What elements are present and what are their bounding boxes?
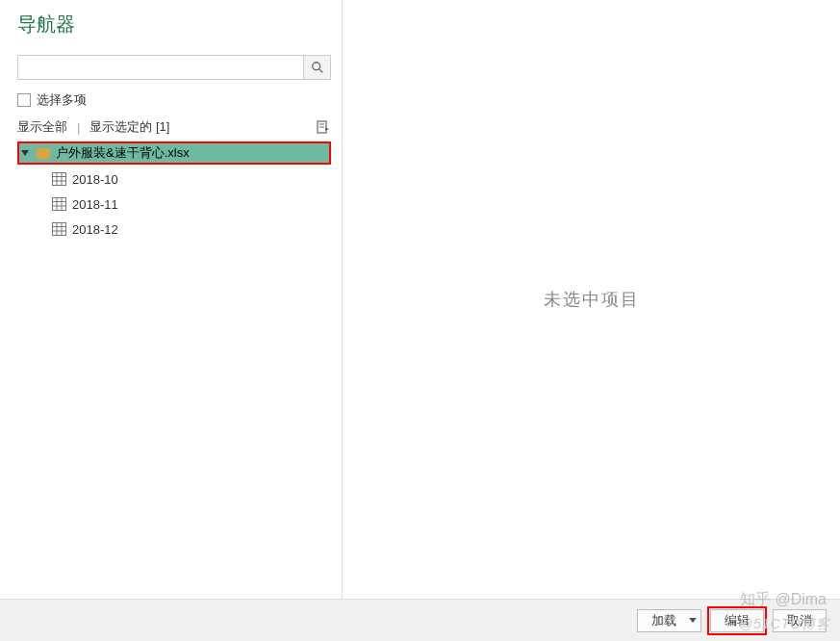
show-all-link[interactable]: 显示全部 (17, 118, 67, 136)
multi-select-label: 选择多项 (37, 91, 87, 109)
load-dropdown-button[interactable] (684, 609, 701, 632)
svg-point-0 (312, 63, 319, 70)
sheet-label: 2018-11 (72, 197, 118, 212)
expander-icon[interactable] (21, 150, 29, 156)
sheet-label: 2018-10 (72, 172, 118, 187)
multi-select-row[interactable]: 选择多项 (17, 91, 342, 109)
svg-rect-10 (53, 198, 66, 211)
edit-button[interactable]: 编辑 (710, 609, 764, 632)
edit-highlight: 编辑 (707, 606, 767, 635)
search-icon (311, 61, 324, 74)
svg-line-1 (318, 69, 322, 73)
tree-sheet-node[interactable]: 2018-12 (17, 217, 331, 242)
tree-file-node[interactable]: 户外服装&速干背心.xlsx (17, 141, 331, 165)
dialog-title: 导航器 (17, 12, 342, 38)
workbook-icon (37, 148, 50, 159)
filter-row: 显示全部 | 显示选定的 [1] (17, 118, 331, 136)
search-input[interactable] (18, 56, 303, 79)
multi-select-checkbox[interactable] (17, 93, 31, 107)
search-box (17, 55, 331, 80)
preview-panel: 未选中项目 (342, 0, 840, 599)
load-button[interactable]: 加载 (637, 609, 685, 632)
sheet-icon (52, 197, 66, 211)
sheet-icon (52, 222, 66, 236)
show-selected-link[interactable]: 显示选定的 [1] (89, 118, 169, 136)
tree-sheet-node[interactable]: 2018-10 (17, 167, 331, 192)
search-button[interactable] (303, 56, 330, 79)
file-name: 户外服装&速干背心.xlsx (56, 144, 190, 162)
file-tree: 户外服装&速干背心.xlsx 2018-10 2018-11 2018-12 (17, 140, 331, 242)
no-selection-text: 未选中项目 (544, 288, 640, 311)
display-options-icon[interactable] (316, 119, 331, 135)
chevron-down-icon (689, 618, 697, 623)
svg-rect-15 (53, 223, 66, 236)
sheet-label: 2018-12 (72, 222, 118, 237)
cancel-button[interactable]: 取消 (773, 609, 827, 632)
dialog-footer: 加载 编辑 取消 (0, 599, 840, 641)
sheet-icon (52, 172, 66, 186)
load-button-group: 加载 (637, 609, 701, 632)
tree-sheet-node[interactable]: 2018-11 (17, 192, 331, 217)
svg-rect-5 (53, 173, 66, 186)
navigator-panel: 导航器 选择多项 显示全部 | 显示选定的 [1] (0, 0, 342, 599)
